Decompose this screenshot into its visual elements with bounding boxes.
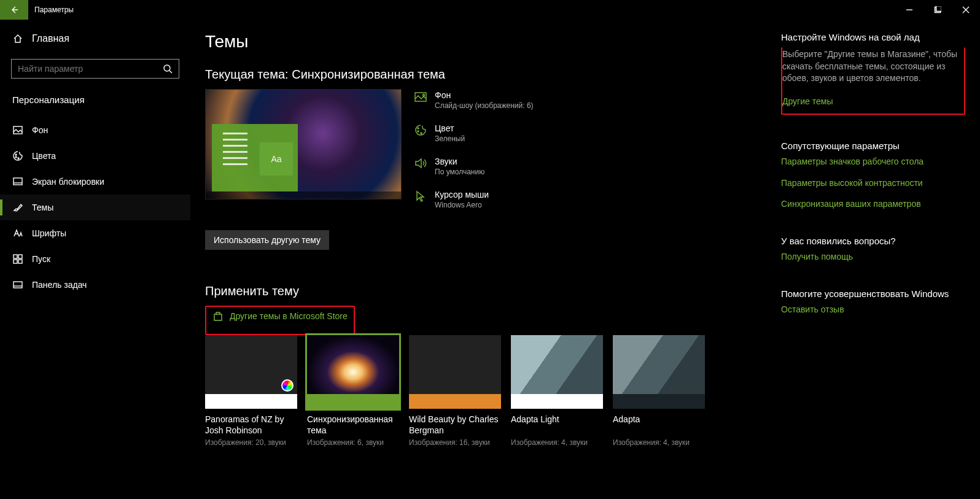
theme-preview[interactable]: Aa: [205, 89, 402, 199]
theme-grid: Panoramas of NZ by Josh Robinson Изображ…: [205, 335, 769, 447]
current-theme-row: Aa ФонСлайд-шоу (изображений: 6) ЦветЗел…: [205, 89, 769, 209]
sidebar-item-colors[interactable]: Цвета: [0, 143, 190, 169]
speaker-icon: [414, 157, 427, 170]
close-icon: [962, 6, 970, 14]
svg-point-15: [423, 95, 425, 96]
sidebar-item-label: Панель задач: [32, 280, 87, 290]
detail-background[interactable]: ФонСлайд-шоу (изображений: 6): [414, 90, 534, 110]
lockscreen-icon: [12, 176, 23, 187]
current-theme-heading: Текущая тема: Синхронизированная тема: [205, 68, 769, 82]
sidebar: Главная Персонализация Фон Цвета Экран б…: [0, 20, 190, 499]
cursor-icon: [414, 190, 427, 203]
grid-icon: [12, 253, 23, 265]
window-controls: [895, 0, 980, 20]
theme-thumbnail: [511, 335, 603, 409]
maximize-icon: [934, 6, 941, 14]
svg-rect-12: [18, 260, 22, 263]
detail-color[interactable]: ЦветЗеленый: [414, 123, 534, 143]
related-link[interactable]: Параметры высокой контрастности: [781, 177, 965, 189]
theme-card[interactable]: Wild Beauty by Charles Bergman Изображен…: [409, 335, 501, 447]
sidebar-item-label: Темы: [32, 203, 53, 212]
svg-point-6: [15, 157, 17, 158]
font-icon: [12, 228, 23, 239]
theme-thumbnail: [205, 335, 297, 409]
theme-card[interactable]: Adapta Light Изображения: 4, звуки: [511, 335, 603, 447]
image-icon: [12, 125, 23, 136]
sidebar-item-lockscreen[interactable]: Экран блокировки: [0, 169, 190, 195]
theme-thumbnail: [409, 335, 501, 409]
sidebar-item-label: Цвета: [32, 151, 56, 161]
use-other-theme-button[interactable]: Использовать другую тему: [205, 230, 329, 250]
sidebar-item-label: Экран блокировки: [32, 177, 104, 187]
theme-details: ФонСлайд-шоу (изображений: 6) ЦветЗелены…: [414, 89, 534, 209]
theme-thumbnail: [307, 335, 399, 409]
svg-rect-10: [18, 255, 22, 258]
apply-heading: Применить тему: [205, 284, 769, 298]
sidebar-section-title: Персонализация: [0, 86, 190, 117]
svg-point-17: [418, 131, 419, 132]
sidebar-item-themes[interactable]: Темы: [0, 195, 190, 220]
sidebar-item-start[interactable]: Пуск: [0, 246, 190, 272]
related-link[interactable]: Параметры значков рабочего стола: [781, 156, 965, 168]
sidebar-item-taskbar[interactable]: Панель задач: [0, 272, 190, 298]
theme-card[interactable]: Panoramas of NZ by Josh Robinson Изображ…: [205, 335, 297, 447]
apply-section: Применить тему Другие темы в Microsoft S…: [205, 284, 769, 447]
related-link[interactable]: Синхронизация ваших параметров: [781, 198, 965, 210]
theme-thumbnail: [613, 335, 705, 409]
feedback-heading: Помогите усовершенствовать Windows: [781, 288, 965, 299]
svg-rect-9: [14, 255, 17, 258]
preview-start-menu: Aa: [212, 124, 298, 191]
highlight-store-link: Другие темы в Microsoft Store: [205, 306, 355, 335]
main-content: Темы Текущая тема: Синхронизированная те…: [205, 32, 769, 487]
sidebar-home[interactable]: Главная: [0, 26, 190, 52]
svg-point-3: [164, 65, 170, 71]
svg-point-18: [421, 133, 422, 134]
theme-card[interactable]: Синхронизированная тема Изображения: 6, …: [307, 335, 399, 447]
preview-taskbar: [206, 191, 401, 199]
back-button[interactable]: [0, 0, 28, 20]
page-title: Темы: [205, 32, 769, 52]
color-wheel-icon: [281, 379, 294, 392]
arrow-left-icon: [9, 5, 19, 15]
related-heading: Сопутствующие параметры: [781, 141, 965, 151]
taskbar-icon: [12, 279, 23, 290]
sidebar-item-fonts[interactable]: Шрифты: [0, 220, 190, 246]
image-icon: [414, 90, 427, 104]
svg-rect-13: [14, 282, 22, 288]
svg-rect-11: [14, 260, 17, 263]
detail-sounds[interactable]: ЗвукиПо умолчанию: [414, 157, 534, 176]
customize-text: Выберите "Другие темы в Магазине", чтобы…: [782, 48, 959, 85]
more-themes-link[interactable]: Другие темы: [782, 96, 959, 107]
svg-rect-8: [14, 178, 22, 185]
brush-icon: [12, 202, 23, 213]
detail-cursor[interactable]: Курсор мышиWindows Aero: [414, 190, 534, 209]
maximize-button[interactable]: [924, 0, 952, 20]
svg-point-7: [18, 158, 19, 159]
sidepanel: Настройте Windows на свой лад Выберите "…: [769, 32, 965, 487]
sidebar-home-label: Главная: [32, 33, 69, 44]
titlebar: Параметры: [0, 0, 980, 20]
store-link[interactable]: Другие темы в Microsoft Store: [212, 311, 348, 322]
main: Темы Текущая тема: Синхронизированная те…: [190, 20, 980, 499]
window-title: Параметры: [34, 6, 895, 14]
svg-point-16: [418, 128, 419, 129]
svg-rect-1: [936, 6, 942, 12]
sidebar-item-background[interactable]: Фон: [0, 117, 190, 143]
sidebar-item-label: Фон: [32, 125, 48, 135]
theme-card[interactable]: Adapta Изображения: 4, звуки: [613, 335, 705, 447]
palette-icon: [414, 123, 427, 137]
palette-icon: [12, 150, 23, 161]
sidebar-item-label: Пуск: [32, 254, 50, 264]
sidebar-item-label: Шрифты: [32, 228, 66, 238]
close-button[interactable]: [952, 0, 980, 20]
svg-point-5: [15, 154, 17, 155]
search-icon: [163, 64, 173, 74]
help-link[interactable]: Получить помощь: [781, 251, 965, 263]
minimize-button[interactable]: [895, 0, 924, 20]
minimize-icon: [906, 6, 913, 14]
feedback-link[interactable]: Оставить отзыв: [781, 304, 965, 315]
search-box[interactable]: [11, 59, 179, 79]
search-input[interactable]: [18, 64, 163, 74]
question-heading: У вас появились вопросы?: [781, 236, 965, 246]
store-icon: [212, 311, 224, 322]
